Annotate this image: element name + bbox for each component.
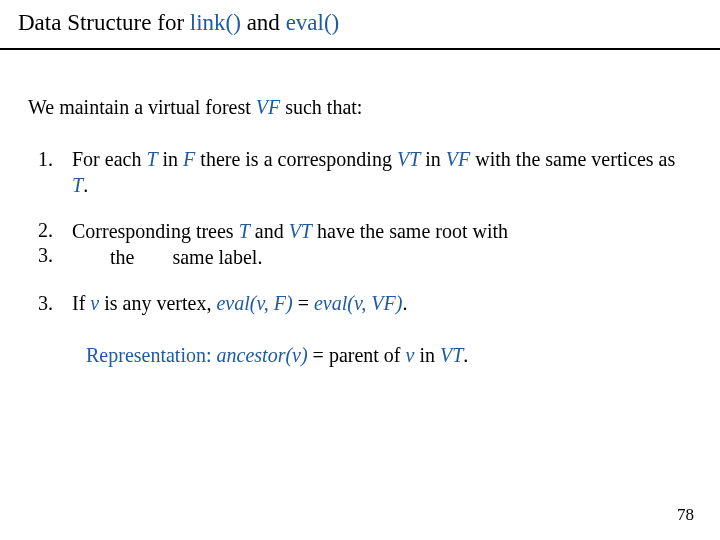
text: the <box>110 246 134 268</box>
intro-vf: VF <box>256 96 280 118</box>
title-fn-link: link() <box>190 10 241 35</box>
var-VT: VT <box>289 220 312 242</box>
slide-title: Data Structure for link() and eval() <box>18 8 702 48</box>
text: If <box>72 292 90 314</box>
text: with the same vertices as <box>470 148 675 170</box>
item-number: 1. <box>38 146 72 172</box>
eq: = <box>293 292 314 314</box>
var-VT: VT <box>440 344 463 366</box>
item-number: 2. 3. <box>38 218 72 268</box>
text: in <box>158 148 184 170</box>
text: have the same root with <box>312 220 508 242</box>
title-fn-eval: eval() <box>286 10 340 35</box>
text: = parent of <box>308 344 406 366</box>
eval-f: eval(v, F) <box>216 292 292 314</box>
var-T: T <box>146 148 157 170</box>
item-body: For each T in F there is a corresponding… <box>72 146 682 198</box>
text: same label. <box>172 246 262 268</box>
var-VT: VT <box>397 148 420 170</box>
title-mid: and <box>241 10 286 35</box>
var-F: F <box>183 148 195 170</box>
text: For each <box>72 148 146 170</box>
item-body: If v is any vertex, eval(v, F) = eval(v,… <box>72 290 682 316</box>
text: there is a corresponding <box>195 148 397 170</box>
list-item-1: 1. For each T in F there is a correspond… <box>38 146 682 198</box>
intro-text: We maintain a virtual forest VF such tha… <box>28 94 692 120</box>
item-number: 3. <box>38 290 72 316</box>
page-number: 78 <box>677 504 694 526</box>
intro-a: We maintain a virtual forest <box>28 96 256 118</box>
rep-label: Representation: <box>86 344 212 366</box>
var-VF: VF <box>446 148 470 170</box>
text: and <box>250 220 289 242</box>
var-T: T <box>72 174 83 196</box>
text: is any vertex, <box>99 292 216 314</box>
dot: . <box>463 344 468 366</box>
text: . <box>83 174 88 196</box>
text: in <box>420 148 446 170</box>
list-item-3: 3. If v is any vertex, eval(v, F) = eval… <box>38 290 682 316</box>
item-body: Corresponding trees T and VT have the sa… <box>72 218 682 270</box>
eval-vf: eval(v, VF) <box>314 292 402 314</box>
slide: Data Structure for link() and eval() We … <box>0 0 720 540</box>
representation-line: Representation: ancestor(v) = parent of … <box>86 342 702 368</box>
dot: . <box>402 292 407 314</box>
title-divider <box>0 48 720 50</box>
properties-list: 1. For each T in F there is a correspond… <box>18 146 702 316</box>
rep-fn: ancestor(v) <box>217 344 308 366</box>
intro-b: such that: <box>280 96 362 118</box>
title-prefix: Data Structure for <box>18 10 190 35</box>
var-T: T <box>239 220 250 242</box>
var-v: v <box>90 292 99 314</box>
num-3-dup: 3. <box>38 243 72 268</box>
text: in <box>414 344 440 366</box>
list-item-2: 2. 3. Corresponding trees T and VT have … <box>38 218 682 270</box>
text: Corresponding trees <box>72 220 239 242</box>
num-2: 2. <box>38 218 72 243</box>
